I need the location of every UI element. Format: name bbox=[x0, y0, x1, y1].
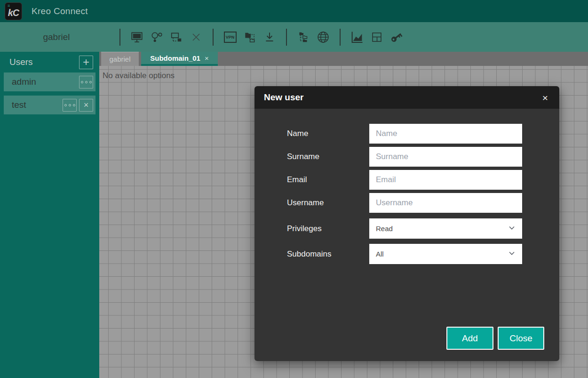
username-label: Username bbox=[287, 198, 369, 208]
globe-icon bbox=[316, 30, 330, 44]
tab-bar: gabriel Subdomain_01 × bbox=[99, 52, 588, 66]
sidebar-title: Users bbox=[9, 57, 33, 67]
email-field[interactable] bbox=[369, 170, 522, 190]
email-label: Email bbox=[287, 175, 369, 185]
screen-share-icon bbox=[170, 31, 183, 44]
folder-tree-button[interactable] bbox=[294, 27, 313, 47]
tab-gabriel[interactable]: gabriel bbox=[101, 52, 139, 66]
folder-tree-icon bbox=[297, 31, 310, 44]
privileges-select[interactable]: Read bbox=[369, 218, 522, 239]
key-icon bbox=[389, 30, 404, 44]
app-title: Kreo Connect bbox=[32, 6, 88, 16]
dialog-header: New user × bbox=[254, 86, 559, 109]
area-chart-icon bbox=[350, 30, 364, 44]
surname-field[interactable] bbox=[369, 147, 522, 167]
screen-share-button[interactable] bbox=[167, 27, 186, 47]
close-session-button[interactable] bbox=[186, 27, 206, 47]
globe-button[interactable] bbox=[313, 27, 333, 47]
form-row-name: Name bbox=[287, 124, 559, 144]
dialog-title: New user bbox=[264, 92, 303, 103]
name-field[interactable] bbox=[369, 124, 522, 144]
app-logo: ≡ kC bbox=[5, 2, 22, 20]
user-more-button[interactable] bbox=[63, 99, 77, 112]
folder-transfer-button[interactable] bbox=[240, 27, 260, 47]
logo-text: kC bbox=[8, 8, 19, 20]
chevron-down-icon bbox=[508, 249, 516, 259]
user-more-button[interactable] bbox=[79, 76, 93, 88]
name-label: Name bbox=[287, 129, 369, 138]
form-row-email: Email bbox=[287, 170, 559, 190]
toolbar-divider bbox=[213, 29, 214, 46]
sidebar-header: Users + bbox=[0, 52, 99, 72]
remote-nodes-button[interactable] bbox=[147, 27, 167, 47]
vpn-icon: VPN bbox=[224, 32, 237, 43]
key-button[interactable] bbox=[387, 27, 406, 47]
logo-menu-icon: ≡ bbox=[8, 4, 10, 8]
plus-icon: + bbox=[83, 56, 89, 68]
toolbar: gabriel VPN bbox=[0, 22, 588, 52]
toolbar-divider bbox=[340, 29, 341, 46]
username-field[interactable] bbox=[369, 193, 522, 213]
area-chart-button[interactable] bbox=[347, 27, 367, 47]
user-item-label: admin bbox=[4, 77, 79, 87]
surname-label: Surname bbox=[287, 152, 369, 161]
form-row-surname: Surname bbox=[287, 147, 559, 167]
monitor-icon bbox=[130, 31, 143, 44]
new-user-dialog: New user × Name Surname Email Username P… bbox=[254, 86, 559, 361]
dialog-body: Name Surname Email Username Privileges R… bbox=[254, 109, 559, 361]
subdomains-value: All bbox=[376, 250, 508, 258]
layout-grid-icon bbox=[371, 31, 383, 43]
monitor-button[interactable] bbox=[127, 27, 147, 47]
dialog-footer: Add Close bbox=[446, 327, 544, 350]
folder-transfer-icon bbox=[243, 31, 256, 44]
chevron-down-icon bbox=[508, 224, 516, 233]
user-delete-button[interactable]: × bbox=[79, 99, 93, 112]
empty-options-message: No available options bbox=[103, 71, 175, 80]
close-icon bbox=[190, 31, 203, 44]
subdomains-label: Subdomains bbox=[287, 249, 369, 259]
privileges-label: Privileges bbox=[287, 224, 369, 233]
remote-nodes-icon bbox=[150, 31, 163, 44]
ellipsis-icon bbox=[64, 104, 75, 106]
dialog-close-icon[interactable]: × bbox=[542, 93, 548, 103]
tab-label: gabriel bbox=[109, 55, 130, 63]
sidebar-users-panel: Users + admin test × bbox=[0, 52, 99, 378]
subdomains-select[interactable]: All bbox=[369, 244, 522, 264]
toolbar-username: gabriel bbox=[0, 32, 113, 42]
tab-subdomain-01[interactable]: Subdomain_01 × bbox=[141, 52, 218, 66]
download-button[interactable] bbox=[260, 27, 279, 47]
download-icon bbox=[263, 31, 276, 44]
add-button[interactable]: Add bbox=[446, 327, 493, 350]
close-button[interactable]: Close bbox=[498, 327, 544, 350]
vpn-button[interactable]: VPN bbox=[220, 27, 240, 47]
sidebar-item-admin[interactable]: admin bbox=[4, 72, 95, 91]
user-item-label: test bbox=[4, 100, 63, 110]
toolbar-divider bbox=[286, 29, 287, 46]
form-row-privileges: Privileges Read bbox=[287, 218, 559, 239]
tab-label: Subdomain_01 bbox=[150, 54, 200, 62]
ellipsis-icon bbox=[81, 81, 92, 83]
layout-grid-button[interactable] bbox=[367, 27, 387, 47]
toolbar-divider bbox=[119, 29, 120, 46]
form-row-subdomains: Subdomains All bbox=[287, 244, 559, 264]
tab-close-icon[interactable]: × bbox=[205, 54, 209, 62]
form-row-username: Username bbox=[287, 193, 559, 213]
privileges-value: Read bbox=[376, 225, 508, 233]
app-header: ≡ kC Kreo Connect bbox=[0, 0, 588, 22]
sidebar-item-test[interactable]: test × bbox=[4, 96, 95, 114]
add-user-button[interactable]: + bbox=[79, 56, 93, 69]
close-icon: × bbox=[84, 101, 89, 109]
